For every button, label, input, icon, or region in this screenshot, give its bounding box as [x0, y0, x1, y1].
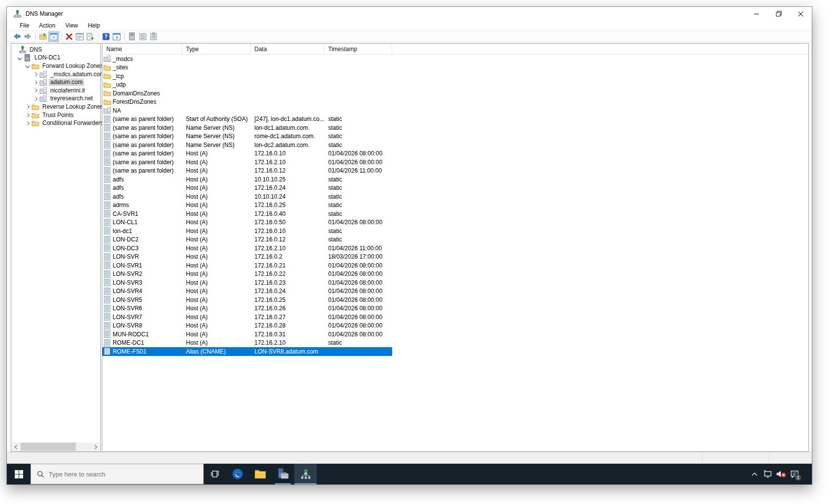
dns-record-row-lon-svr[interactable]: LON-SVRHost (A)172.16.0.218/03/2026 17:0… [102, 253, 392, 262]
dns-manager-taskbar-icon[interactable] [294, 464, 317, 484]
up-one-level-button[interactable] [37, 31, 48, 42]
chevron-right-icon[interactable] [23, 111, 31, 119]
new-window-button[interactable] [111, 31, 122, 42]
delete-button[interactable] [63, 31, 74, 42]
chevron-right-icon[interactable] [23, 119, 31, 127]
menu-help[interactable]: Help [83, 21, 105, 30]
dns-record-row-lon-svr8[interactable]: LON-SVR8Host (A)172.16.0.2801/04/2026 08… [102, 322, 392, 330]
record-type: Name Server (NS) [182, 142, 250, 148]
dns-record-row-mun-rodc1[interactable]: MUN-RODC1Host (A)172.16.0.3101/04/2026 0… [102, 330, 392, 339]
record-timestamp: 01/04/2026 08:00:00 [324, 305, 392, 312]
dns-record-row-sites[interactable]: _sites [102, 63, 392, 72]
menu-action[interactable]: Action [34, 21, 60, 30]
launch-nslookup-button[interactable] [126, 31, 137, 42]
network-icon[interactable] [761, 464, 774, 484]
start-button[interactable] [7, 464, 31, 484]
dns-record-row-same-as-parent-folder[interactable]: (same as parent folder)Host (A)172.16.2.… [102, 158, 392, 167]
dns-record-row-tcp[interactable]: _tcp [102, 72, 392, 81]
tree-horizontal-scrollbar[interactable] [12, 443, 100, 451]
record-timestamp: static [324, 236, 392, 243]
dns-record-row-lon-svr4[interactable]: LON-SVR4Host (A)172.16.0.2401/04/2026 08… [102, 287, 392, 296]
help-button[interactable]: ? [100, 31, 111, 42]
dns-record-row-lon-svr3[interactable]: LON-SVR3Host (A)172.16.0.2301/04/2026 08… [102, 278, 392, 287]
task-view-taskbar-icon[interactable] [204, 464, 226, 484]
chevron-right-icon[interactable] [31, 79, 39, 87]
file-explorer-taskbar-icon[interactable] [249, 464, 272, 484]
scrollbar-thumb[interactable] [21, 443, 76, 451]
menu-file[interactable]: File [15, 21, 34, 30]
chevron-down-icon[interactable] [15, 54, 23, 62]
taskbar-search[interactable] [31, 464, 204, 484]
show-console-tree-button[interactable] [48, 31, 59, 42]
dns-record-row-same-as-parent-folder[interactable]: (same as parent folder)Name Server (NS)l… [102, 141, 392, 149]
column-header-timestamp[interactable]: Timestamp [324, 44, 392, 54]
dns-record-row-same-as-parent-folder[interactable]: (same as parent folder)Name Server (NS)l… [102, 123, 392, 132]
dns-record-row-same-as-parent-folder[interactable]: (same as parent folder)Host (A)172.16.0.… [102, 167, 392, 176]
dns-record-row-lon-svr2[interactable]: LON-SVR2Host (A)172.16.0.2201/04/2026 08… [102, 270, 392, 279]
set-aging-button[interactable] [137, 31, 148, 42]
dns-record-row-na[interactable]: NA [102, 106, 392, 115]
dns-record-row-lon-dc1[interactable]: lon-dc1Host (A)172.16.0.10static [102, 227, 392, 236]
column-header-data[interactable]: Data [250, 44, 324, 54]
dns-record-row-rome-dc1[interactable]: ROME-DC1Host (A)172.16.2.10static [102, 339, 392, 348]
scroll-left-arrow[interactable] [12, 443, 20, 451]
server-icon [23, 54, 31, 62]
dns-record-row-same-as-parent-folder[interactable]: (same as parent folder)Name Server (NS)r… [102, 132, 392, 141]
dns-record-row-lon-svr6[interactable]: LON-SVR6Host (A)172.16.0.2601/04/2026 08… [102, 304, 392, 313]
volume-muted-icon[interactable] [774, 464, 788, 484]
scroll-right-arrow[interactable] [92, 443, 100, 451]
dns-record-row-forestdnszones[interactable]: ForestDnsZones [102, 98, 392, 107]
tree-item-nicolaferrini-it[interactable]: nicolaferrini.it [11, 87, 100, 95]
record-timestamp: static [324, 228, 392, 235]
properties-button[interactable] [74, 31, 85, 42]
export-list-button[interactable] [85, 31, 96, 42]
dns-record-row-rome-fs01[interactable]: ROME-FS01Alias (CNAME)LON-SVR8.adatum.co… [102, 347, 392, 356]
dns-record-row-lon-svr1[interactable]: LON-SVR1Host (A)172.16.0.2101/04/2026 08… [102, 261, 392, 270]
column-header-name[interactable]: Name [102, 44, 182, 54]
close-button[interactable] [790, 7, 812, 21]
dns-record-row-udp[interactable]: _udp [102, 81, 392, 89]
chevron-right-icon[interactable] [31, 95, 39, 103]
dns-record-row-lon-cl1[interactable]: LON-CL1Host (A)172.16.0.5001/04/2026 08:… [102, 218, 392, 227]
dns-record-row-adfs[interactable]: adfsHost (A)10.10.10.24static [102, 192, 392, 201]
dns-record-row-msdcs[interactable]: _msdcs [102, 55, 392, 63]
dns-record-row-ca-svr1[interactable]: CA-SVR1Host (A)172.16.0.40static [102, 209, 392, 218]
chevron-down-icon[interactable] [23, 62, 31, 70]
tree-item-trust-points[interactable]: Trust Points [11, 111, 100, 119]
dns-record-row-lon-dc2[interactable]: LON-DC2Host (A)172.16.0.12static [102, 236, 392, 244]
forward-arrow-button[interactable] [22, 31, 33, 42]
dns-record-row-lon-dc3[interactable]: LON-DC3Host (A)172.16.2.1001/04/2026 11:… [102, 244, 392, 253]
dns-record-row-domaindnszones[interactable]: DomainDnsZones [102, 89, 392, 98]
dns-record-row-adfs[interactable]: adfsHost (A)172.16.0.24static [102, 184, 392, 193]
back-arrow-button[interactable] [11, 31, 22, 42]
hidden-icons-chevron-icon[interactable] [748, 464, 761, 484]
tree-item-reverse-lookup-zones[interactable]: Reverse Lookup Zones [11, 103, 100, 111]
minimize-button[interactable] [745, 7, 768, 21]
tree-item-adatum-com[interactable]: adatum.com [11, 78, 100, 87]
tree-item-lon-dc1[interactable]: LON-DC1 [11, 54, 100, 62]
zone-icon [103, 107, 111, 115]
column-header-type[interactable]: Type [182, 44, 250, 54]
dns-record-row-same-as-parent-folder[interactable]: (same as parent folder)Host (A)172.16.0.… [102, 149, 392, 158]
restore-button[interactable] [768, 7, 790, 21]
tree-item-treyresearch-net[interactable]: treyresearch.net [11, 95, 100, 103]
dns-record-row-adfs[interactable]: adfsHost (A)10.10.10.25static [102, 175, 392, 184]
chevron-right-icon[interactable] [31, 70, 39, 78]
dns-record-row-lon-svr5[interactable]: LON-SVR5Host (A)172.16.0.2501/04/2026 08… [102, 296, 392, 304]
action-center-icon[interactable]: 1 [788, 464, 801, 484]
dns-record-row-lon-svr7[interactable]: LON-SVR7Host (A)172.16.0.2701/04/2026 08… [102, 313, 392, 322]
tree-item-forward-lookup-zones[interactable]: Forward Lookup Zones [11, 62, 100, 70]
search-input[interactable] [49, 471, 186, 478]
dns-record-row-same-as-parent-folder[interactable]: (same as parent folder)Start of Authorit… [102, 115, 392, 124]
menu-view[interactable]: View [61, 21, 83, 30]
scavenge-button[interactable] [148, 31, 159, 42]
chevron-right-icon[interactable] [23, 103, 31, 111]
tree-item-msdcs-adatum-com[interactable]: _msdcs.adatum.com [11, 70, 100, 79]
server-manager-taskbar-icon[interactable] [272, 464, 294, 484]
dns-record-row-adrms[interactable]: adrmsHost (A)172.16.0.25static [102, 201, 392, 210]
tree-item-conditional-forwarders[interactable]: Conditional Forwarders [11, 119, 100, 127]
tree-item-dns[interactable]: DNS [11, 46, 100, 54]
folder-icon [31, 119, 39, 127]
edge-taskbar-icon[interactable] [226, 464, 249, 484]
chevron-right-icon[interactable] [31, 87, 39, 94]
